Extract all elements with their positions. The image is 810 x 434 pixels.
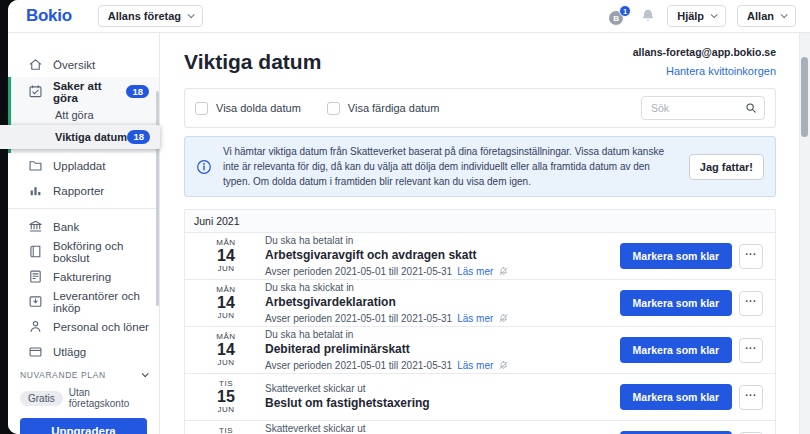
chevron-down-icon (781, 11, 788, 18)
sidebar-divider (8, 208, 159, 209)
more-options-button[interactable]: ··· (739, 385, 763, 410)
row-text: Du ska ha betalat in Debiterad preliminä… (265, 328, 509, 372)
sidebar-item-oversikt[interactable]: Översikt (8, 52, 159, 77)
dismiss-banner-button[interactable]: Jag fattar! (689, 154, 764, 180)
row-kicker: Skatteverket skickar ut (265, 382, 430, 395)
sidebar-item-label: Rapporter (53, 185, 104, 197)
row-title: Arbetsgivardeklaration (265, 295, 509, 311)
person-icon (28, 319, 43, 334)
search-input[interactable] (649, 101, 745, 115)
folder-icon (28, 158, 43, 173)
read-more-link[interactable]: Läs mer (457, 265, 493, 278)
sidebar-item-utlagg[interactable]: Utlägg (8, 339, 159, 364)
wallet-icon (28, 344, 43, 359)
more-options-button[interactable]: ··· (739, 291, 763, 316)
important-dates-list: Juni 2021 MÅN 14 JUN Du ska ha betalat i… (184, 209, 776, 434)
show-hidden-dates-filter[interactable]: Visa dolda datum (195, 102, 301, 115)
company-selector[interactable]: Allans företag (98, 5, 203, 27)
important-date-row: MÅN 14 JUN Du ska ha betalat in Debitera… (185, 327, 775, 374)
date-block: MÅN 14 JUN (205, 238, 247, 273)
help-menu[interactable]: Hjälp (667, 5, 726, 27)
row-day: 14 (205, 342, 247, 359)
row-text: Du ska ha betalat in Arbetsgivaravgift o… (265, 234, 509, 278)
row-actions: Markera som klar ··· (620, 290, 763, 316)
content-scrollbar-thumb[interactable] (801, 57, 808, 137)
chevron-down-icon (711, 11, 718, 18)
info-banner: Vi hämtar viktiga datum från Skatteverke… (184, 136, 776, 197)
sidebar-item-bokforing-och-bokslut[interactable]: Bokföring och bokslut (8, 239, 159, 264)
upgrade-button[interactable]: Uppgradera (20, 418, 147, 434)
row-day: 14 (205, 295, 247, 312)
mark-done-button[interactable]: Markera som klar (620, 384, 732, 410)
sidebar-item-uppladdat[interactable]: Uppladdat (8, 153, 159, 178)
sidebar-item-fakturering[interactable]: Fakturering (8, 264, 159, 289)
bokio-logo: Bokio (26, 6, 72, 26)
filter-bar: Visa dolda datum Visa färdiga datum (184, 88, 776, 128)
row-title: Arbetsgivaravgift och avdragen skatt (265, 248, 509, 264)
app-window: Bokio Allans företag B 1 Hjälp Allan Lad… (8, 0, 810, 434)
sidebar-item-bank[interactable]: Bank (8, 214, 159, 239)
sidebar-item-label: Bokföring och bokslut (53, 240, 149, 264)
row-text: Du ska ha skickat in Arbetsgivardeklarat… (265, 281, 509, 325)
sidebar-item-leverantorer-och-inkop[interactable]: Leverantörer och inköp (8, 289, 159, 314)
plan-section: NUVARANDE PLAN Gratis Utan företagskonto… (8, 364, 159, 434)
show-done-dates-filter[interactable]: Visa färdiga datum (327, 102, 440, 115)
bell-muted-icon (498, 313, 509, 324)
sidebar-item-label: Saker att göra (53, 80, 126, 104)
bokio-coin-notification[interactable]: B 1 (609, 7, 629, 25)
page-title: Viktiga datum (184, 50, 321, 74)
row-month: JUN (205, 311, 247, 320)
banner-text: Vi hämtar viktiga datum från Skatteverke… (223, 144, 678, 189)
row-period: Avser perioden 2021-05-01 till 2021-05-3… (265, 265, 452, 278)
checkbox-unchecked-icon[interactable] (327, 102, 340, 115)
sidebar-item-label: Översikt (53, 59, 95, 71)
sidebar-scrollbar[interactable] (156, 91, 159, 306)
row-month: JUN (205, 358, 247, 367)
sidebar-item-rapporter[interactable]: Rapporter (8, 178, 159, 203)
user-menu[interactable]: Allan (737, 5, 796, 27)
sidebar-item-label: Leverantörer och inköp (53, 290, 149, 314)
important-date-row: TIS 15 JUN Skatteverket skickar ut Beslu… (185, 374, 775, 421)
plan-description: Utan företagskonto (69, 387, 147, 409)
mark-done-button[interactable]: Markera som klar (620, 337, 732, 363)
row-meta: Avser perioden 2021-05-01 till 2021-05-3… (265, 359, 509, 372)
row-kicker: Du ska ha skickat in (265, 281, 509, 294)
bell-icon[interactable] (640, 8, 656, 24)
row-period: Avser perioden 2021-05-01 till 2021-05-3… (265, 312, 452, 325)
mark-done-button[interactable]: Markera som klar (620, 290, 732, 316)
sidebar-item-label: Bank (53, 221, 79, 233)
mark-done-button[interactable]: Markera som klar (620, 243, 732, 269)
sidebar-item-label: Att göra (55, 109, 94, 121)
row-day: 15 (205, 389, 247, 406)
row-actions: Markera som klar ··· (620, 337, 763, 363)
row-period: Avser perioden 2021-05-01 till 2021-05-3… (265, 359, 452, 372)
plan-heading-row[interactable]: NUVARANDE PLAN (20, 370, 147, 380)
checkbox-unchecked-icon[interactable] (195, 102, 208, 115)
receipt-inbox-email: allans-foretag@app.bokio.se (633, 46, 776, 58)
more-options-button[interactable]: ··· (739, 338, 763, 363)
bank-icon (28, 219, 43, 234)
more-options-button[interactable]: ··· (739, 244, 763, 269)
bar-chart-icon (28, 183, 43, 198)
chevron-down-icon (142, 370, 149, 377)
bell-muted-icon (498, 360, 509, 371)
row-kicker: Du ska ha betalat in (265, 328, 509, 341)
count-badge: 18 (126, 85, 149, 99)
sidebar-item-saker-att-gora[interactable]: Saker att göra18 (8, 79, 159, 104)
sidebar-item-label: Personal och löner (53, 321, 149, 333)
help-menu-label: Hjälp (677, 10, 704, 22)
read-more-link[interactable]: Läs mer (457, 359, 493, 372)
plan-heading: NUVARANDE PLAN (20, 370, 106, 380)
plan-badge: Gratis (20, 391, 63, 406)
manage-receipt-inbox-link[interactable]: Hantera kvittoinkorgen (666, 65, 776, 77)
sidebar-item-label: Fakturering (53, 271, 111, 283)
read-more-link[interactable]: Läs mer (457, 312, 493, 325)
sidebar-item-personal-och-loner[interactable]: Personal och löner (8, 314, 159, 339)
row-month: JUN (205, 405, 247, 414)
sidebar-item-label: Uppladdat (53, 160, 105, 172)
row-kicker: Du ska ha betalat in (265, 234, 509, 247)
info-icon (196, 159, 212, 175)
sidebar-item-viktiga-datum[interactable]: Viktiga datum18 (0, 125, 160, 149)
company-selector-label: Allans företag (108, 10, 181, 22)
sidebar-item-att-gora[interactable]: Att göra (8, 104, 159, 125)
